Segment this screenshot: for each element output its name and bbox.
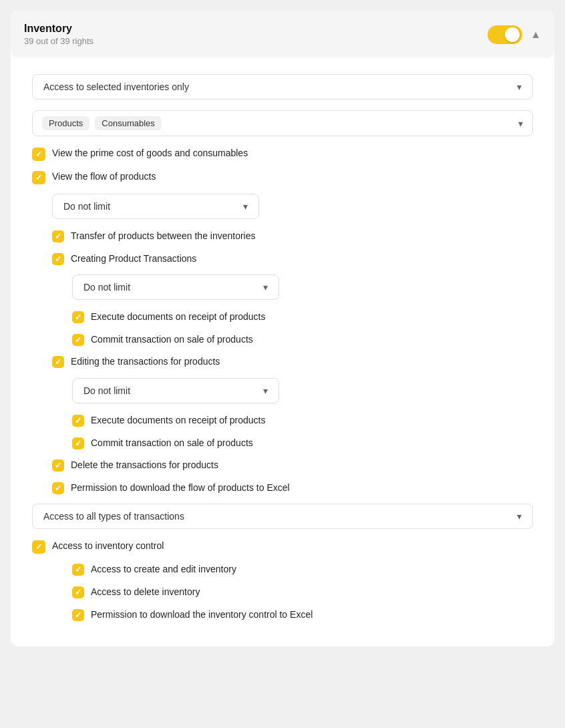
checkbox-transfer-products-label: Transfer of products between the invento…	[71, 230, 256, 243]
products-dropdown[interactable]: Products Consumables ▾	[32, 110, 533, 136]
transaction-types-dropdown[interactable]: Access to all types of transactions ▾	[32, 504, 533, 529]
checkbox-permission-download-label: Permission to download the flow of produ…	[71, 482, 290, 495]
checkbox-view-prime-cost[interactable]: ✓ View the prime cost of goods and consu…	[32, 147, 533, 161]
pill-consumables: Consumables	[95, 116, 162, 130]
access-type-dropdown[interactable]: Access to selected inventories only ▾	[32, 74, 533, 100]
section-header: Inventory 39 out of 39 rights ▲	[11, 11, 554, 58]
checkbox-access-create-edit[interactable]: ✓ Access to create and edit inventory	[72, 563, 533, 576]
checkbox-editing-transactions-label: Editing the transactions for products	[71, 355, 220, 369]
checkbox-access-inventory-control-box: ✓	[32, 540, 45, 554]
checkbox-view-flow[interactable]: ✓ View the flow of products	[32, 170, 533, 184]
checkbox-execute-receipt-2-box: ✓	[72, 415, 84, 427]
header-right: ▲	[488, 25, 541, 44]
checkbox-access-create-edit-box: ✓	[72, 564, 84, 576]
checkbox-access-inventory-control[interactable]: ✓ Access to inventory control	[32, 540, 533, 554]
checkbox-view-flow-box: ✓	[32, 171, 45, 184]
toggle-track	[488, 25, 522, 44]
checkbox-creating-transactions[interactable]: ✓ Creating Product Transactions	[52, 252, 533, 266]
product-limit-dropdown[interactable]: Do not limit ▾	[52, 194, 259, 219]
checkbox-permission-download[interactable]: ✓ Permission to download the flow of pro…	[52, 482, 533, 495]
transaction-limit-dropdown[interactable]: Do not limit ▾	[72, 275, 279, 300]
checkbox-commit-sale-1-label: Commit transaction on sale of products	[91, 333, 253, 347]
checkbox-view-prime-cost-box: ✓	[32, 148, 45, 161]
checkbox-permission-download-control-box: ✓	[72, 609, 84, 621]
page-container: Inventory 39 out of 39 rights ▲ Access t…	[0, 0, 565, 728]
checkbox-delete-transactions[interactable]: ✓ Delete the transactions for products	[52, 459, 533, 472]
checkbox-transfer-products-box: ✓	[52, 230, 64, 242]
checkbox-access-delete[interactable]: ✓ Access to delete inventory	[72, 586, 533, 599]
checkbox-commit-sale-2[interactable]: ✓ Commit transaction on sale of products	[72, 437, 533, 450]
checkbox-editing-transactions-box: ✓	[52, 356, 64, 368]
checkbox-transfer-products[interactable]: ✓ Transfer of products between the inven…	[52, 230, 533, 243]
editing-limit-chevron: ▾	[263, 385, 268, 396]
checkbox-delete-transactions-label: Delete the transactions for products	[71, 459, 218, 472]
pills-chevron: ▾	[518, 118, 523, 129]
transaction-limit-label: Do not limit	[83, 282, 130, 293]
transaction-types-label: Access to all types of transactions	[43, 511, 184, 522]
checkbox-commit-sale-2-label: Commit transaction on sale of products	[91, 437, 253, 450]
access-type-chevron: ▾	[517, 81, 522, 92]
section-title: Inventory	[24, 23, 93, 35]
checkbox-execute-receipt-1-box: ✓	[72, 311, 84, 323]
transaction-limit-chevron: ▾	[263, 282, 268, 293]
section-content: Access to selected inventories only ▾ Pr…	[11, 58, 554, 647]
toggle-switch[interactable]	[488, 25, 522, 44]
section-subtitle: 39 out of 39 rights	[24, 36, 93, 46]
editing-limit-dropdown[interactable]: Do not limit ▾	[72, 378, 279, 403]
inventory-card: Inventory 39 out of 39 rights ▲ Access t…	[11, 11, 554, 647]
checkbox-access-delete-box: ✓	[72, 586, 84, 598]
checkbox-permission-download-box: ✓	[52, 482, 64, 494]
checkbox-creating-transactions-label: Creating Product Transactions	[71, 252, 196, 266]
checkbox-view-prime-cost-label: View the prime cost of goods and consuma…	[52, 147, 248, 160]
checkbox-access-delete-label: Access to delete inventory	[91, 586, 200, 599]
pill-products: Products	[42, 116, 89, 130]
checkbox-commit-sale-1[interactable]: ✓ Commit transaction on sale of products	[72, 333, 533, 347]
checkbox-commit-sale-1-box: ✓	[72, 334, 84, 346]
toggle-thumb	[505, 27, 520, 42]
transaction-types-chevron: ▾	[517, 511, 522, 522]
checkbox-editing-transactions[interactable]: ✓ Editing the transactions for products	[52, 355, 533, 369]
checkbox-view-flow-label: View the flow of products	[52, 170, 156, 184]
header-left: Inventory 39 out of 39 rights	[24, 23, 93, 46]
checkbox-execute-receipt-1-label: Execute documents on receipt of products	[91, 311, 265, 324]
checkbox-access-inventory-control-label: Access to inventory control	[52, 540, 164, 553]
product-limit-label: Do not limit	[63, 201, 110, 212]
checkbox-permission-download-control[interactable]: ✓ Permission to download the inventory c…	[72, 608, 533, 622]
checkbox-execute-receipt-2[interactable]: ✓ Execute documents on receipt of produc…	[72, 414, 533, 427]
checkbox-delete-transactions-box: ✓	[52, 460, 64, 472]
product-limit-chevron: ▾	[243, 201, 248, 212]
collapse-button[interactable]: ▲	[530, 29, 541, 41]
editing-limit-label: Do not limit	[83, 385, 130, 396]
checkbox-execute-receipt-1[interactable]: ✓ Execute documents on receipt of produc…	[72, 311, 533, 324]
access-type-label: Access to selected inventories only	[43, 81, 189, 92]
checkbox-execute-receipt-2-label: Execute documents on receipt of products	[91, 414, 265, 427]
checkbox-creating-transactions-box: ✓	[52, 253, 64, 265]
checkbox-permission-download-control-label: Permission to download the inventory con…	[91, 608, 313, 622]
checkbox-commit-sale-2-box: ✓	[72, 437, 84, 449]
checkbox-access-create-edit-label: Access to create and edit inventory	[91, 563, 236, 576]
